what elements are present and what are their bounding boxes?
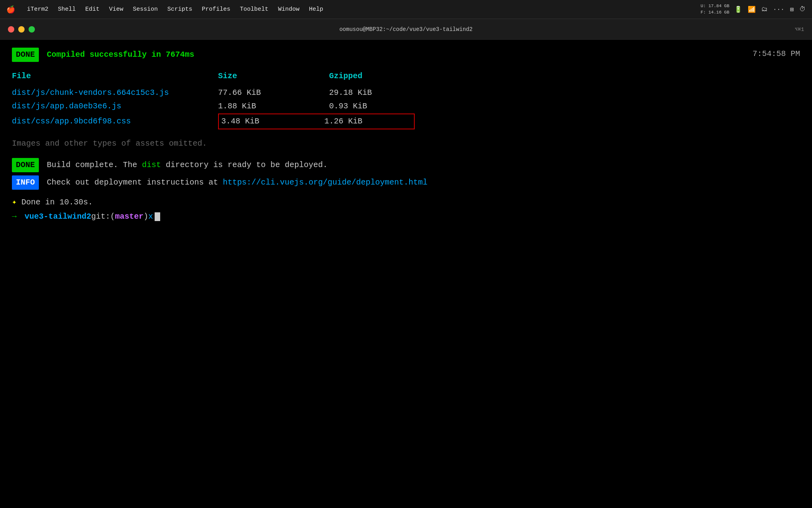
dots-icon[interactable]: ··· bbox=[773, 6, 785, 13]
highlighted-cells: 3.48 KiB 1.26 KiB bbox=[218, 114, 415, 129]
omitted-text: Images and other types of assets omitted… bbox=[12, 137, 800, 150]
compile-message: Compiled successfully in 7674ms bbox=[42, 50, 194, 59]
controlcenter-icon[interactable]: ⊞ bbox=[790, 6, 794, 13]
memory-info: U: 17.84 GB F: 14.16 GB bbox=[701, 3, 730, 15]
titlebar: oomusou@MBP32:~/code/vue3/vue3-tailwind2… bbox=[0, 19, 812, 40]
timestamp: 7:54:58 PM bbox=[753, 48, 800, 60]
clock-icon[interactable]: ⏱ bbox=[799, 6, 806, 13]
info-badge: INFO bbox=[12, 175, 39, 190]
traffic-lights bbox=[8, 26, 35, 33]
done-badge-2: DONE bbox=[12, 158, 39, 172]
prompt-arrow-icon: → bbox=[12, 210, 17, 223]
file-size-3: 3.48 KiB bbox=[221, 115, 324, 128]
tab-shortcut: ⌥⌘1 bbox=[795, 26, 804, 33]
file-name-1: dist/js/chunk-vendors.664c15c3.js bbox=[12, 87, 218, 99]
file-gzipped-1: 29.18 KiB bbox=[329, 87, 372, 99]
wifi-icon[interactable]: 📶 bbox=[748, 6, 756, 13]
menubar-right: U: 17.84 GB F: 14.16 GB 🔋 📶 🗂 ··· ⊞ ⏱ bbox=[701, 3, 806, 15]
build-message-post: directory is ready to be deployed. bbox=[161, 160, 327, 169]
deployment-url[interactable]: https://cli.vuejs.org/guide/deployment.h… bbox=[223, 178, 427, 187]
close-button[interactable] bbox=[8, 26, 14, 33]
menu-edit[interactable]: Edit bbox=[80, 4, 104, 14]
sparkle-icon: ✦ bbox=[12, 198, 17, 207]
file-size-2: 1.88 KiB bbox=[218, 100, 329, 113]
prompt-branch-close: ) bbox=[144, 210, 148, 223]
col-size: Size bbox=[218, 70, 329, 83]
menubar: 🍎 iTerm2 Shell Edit View Session Scripts… bbox=[0, 0, 812, 19]
dist-keyword: dist bbox=[142, 160, 161, 169]
apple-logo-icon[interactable]: 🍎 bbox=[6, 5, 15, 14]
info-line: INFO Check out deployment instructions a… bbox=[12, 175, 800, 190]
menu-help[interactable]: Help bbox=[304, 4, 328, 14]
prompt-line: → vue3-tailwind2 git: ( master ) x bbox=[12, 210, 800, 223]
memory-used: U: 17.84 GB bbox=[701, 3, 730, 9]
battery-icon[interactable]: 🔋 bbox=[734, 6, 742, 13]
prompt-x: x bbox=[148, 210, 153, 223]
terminal-content: DONE Compiled successfully in 7674ms7:54… bbox=[0, 40, 812, 508]
prompt-directory: vue3-tailwind2 bbox=[25, 210, 91, 223]
menu-session[interactable]: Session bbox=[128, 4, 163, 14]
table-row: dist/js/app.da0eb3e6.js 1.88 KiB 0.93 Ki… bbox=[12, 100, 800, 113]
file-gzipped-3: 1.26 KiB bbox=[324, 115, 412, 128]
file-gzipped-2: 0.93 KiB bbox=[329, 100, 367, 113]
done-sparkle-line: ✦ Done in 10.30s. bbox=[12, 196, 800, 209]
cursor bbox=[155, 212, 160, 221]
finder-icon[interactable]: 🗂 bbox=[761, 6, 768, 13]
menu-toolbelt[interactable]: Toolbelt bbox=[235, 4, 273, 14]
menu-scripts[interactable]: Scripts bbox=[163, 4, 197, 14]
prompt-git-label: git: bbox=[91, 210, 110, 223]
done-text: Done in 10.30s. bbox=[17, 198, 93, 207]
prompt-branch-open: ( bbox=[110, 210, 115, 223]
file-name-2: dist/js/app.da0eb3e6.js bbox=[12, 100, 218, 113]
table-header: File Size Gzipped bbox=[12, 70, 800, 83]
table-row: dist/js/chunk-vendors.664c15c3.js 77.66 … bbox=[12, 87, 800, 99]
menu-window[interactable]: Window bbox=[273, 4, 304, 14]
menu-view[interactable]: View bbox=[104, 4, 128, 14]
build-complete-line: DONE Build complete. The dist directory … bbox=[12, 158, 800, 172]
menubar-icons: 🔋 📶 🗂 ··· ⊞ ⏱ bbox=[734, 6, 806, 13]
menu-shell[interactable]: Shell bbox=[53, 4, 80, 14]
file-name-3: dist/css/app.9bcd6f98.css bbox=[12, 115, 218, 128]
minimize-button[interactable] bbox=[18, 26, 25, 33]
col-gzipped: Gzipped bbox=[329, 70, 362, 83]
maximize-button[interactable] bbox=[29, 26, 35, 33]
menu-profiles[interactable]: Profiles bbox=[197, 4, 235, 14]
compile-line: DONE Compiled successfully in 7674ms7:54… bbox=[12, 48, 800, 62]
table-row-highlighted: dist/css/app.9bcd6f98.css 3.48 KiB 1.26 … bbox=[12, 114, 800, 129]
window-title: oomusou@MBP32:~/code/vue3/vue3-tailwind2 bbox=[339, 26, 473, 33]
memory-free: F: 14.16 GB bbox=[701, 10, 730, 15]
file-size-1: 77.66 KiB bbox=[218, 87, 329, 99]
done-badge: DONE bbox=[12, 48, 39, 62]
build-message-pre: Build complete. The bbox=[42, 160, 142, 169]
info-message: Check out deployment instructions at bbox=[42, 178, 223, 187]
menu-iterm2[interactable]: iTerm2 bbox=[22, 4, 53, 14]
prompt-branch-name: master bbox=[115, 210, 144, 223]
col-file: File bbox=[12, 70, 218, 83]
